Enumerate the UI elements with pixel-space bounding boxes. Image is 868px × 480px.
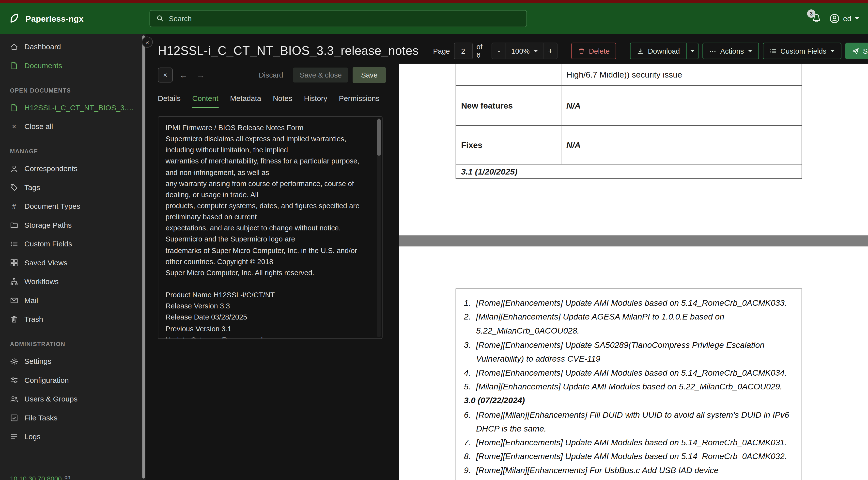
sidebar-scrollbar[interactable] — [142, 35, 145, 479]
content-scrollbar-thumb[interactable] — [377, 119, 381, 156]
user-menu[interactable]: ed — [829, 13, 859, 24]
administration-header: ADMINISTRATION — [0, 328, 146, 352]
page-navigation: Page of 6 — [433, 42, 486, 59]
notifications-button[interactable]: 3 — [811, 13, 822, 23]
trash-icon — [578, 47, 585, 54]
topbar: Paperless-ngx 3 — [0, 3, 868, 34]
list-icon — [10, 240, 19, 248]
open-document-label: H12SSL-i_C_CT_NT_BIOS_3.3_rel... — [24, 103, 135, 112]
lines-icon — [10, 432, 19, 441]
list-version-heading: 3.0 (07/22/2024) — [462, 393, 794, 408]
sidebar-item-label: Settings — [24, 357, 52, 365]
download-label: Download — [648, 47, 680, 55]
sidebar-item-label: Document Types — [24, 202, 80, 210]
sidebar-item-label: Tags — [24, 183, 40, 191]
table-cell-label: New features — [456, 86, 561, 126]
chevron-down-icon — [690, 50, 695, 52]
sidebar-item-users-groups[interactable]: Users & Groups — [0, 389, 146, 408]
file-icon — [10, 61, 19, 70]
tab-details[interactable]: Details — [158, 94, 181, 108]
hash-icon: # — [10, 202, 19, 210]
user-avatar-icon — [829, 13, 840, 24]
sidebar-item-trash[interactable]: Trash — [0, 310, 146, 329]
tab-notes[interactable]: Notes — [273, 94, 292, 108]
sidebar-footer-host[interactable]: 10.10.30.70:8000on — [10, 474, 70, 480]
tab-metadata[interactable]: Metadata — [230, 94, 261, 108]
custom-fields-button[interactable]: Custom Fields — [763, 42, 841, 59]
file-icon — [10, 103, 19, 112]
sliders-icon — [10, 376, 19, 384]
tab-history[interactable]: History — [304, 94, 328, 108]
content-scrollbar[interactable] — [377, 118, 381, 337]
page-number-input[interactable] — [454, 42, 473, 59]
previous-document-button[interactable]: ← — [177, 69, 190, 81]
download-dropdown-button[interactable] — [686, 42, 699, 59]
download-button[interactable]: Download — [630, 42, 686, 59]
sidebar-open-document[interactable]: H12SSL-i_C_CT_NT_BIOS_3.3_rel... — [0, 98, 146, 117]
list-item: 2.[Milan][Enhancements] Update AGESA Mil… — [462, 310, 794, 337]
chevron-down-icon — [533, 50, 538, 52]
global-search[interactable] — [150, 9, 527, 27]
sidebar-item-configuration[interactable]: Configuration — [0, 370, 146, 389]
actions-button[interactable]: Actions — [703, 42, 759, 59]
sidebar-close-all[interactable]: × Close all — [0, 117, 146, 136]
sidebar-item-workflows[interactable]: Workflows — [0, 272, 146, 291]
save-button[interactable]: Save — [353, 67, 386, 83]
sidebar-item-label: Correspondents — [24, 164, 78, 173]
content-textarea[interactable]: IPMI Firmware / BIOS Release Notes Form … — [158, 116, 382, 339]
tab-permissions[interactable]: Permissions — [339, 94, 379, 108]
close-icon: × — [163, 71, 167, 79]
sidebar-item-dashboard[interactable]: Dashboard — [0, 37, 146, 56]
person-icon — [10, 164, 19, 173]
zoom-level-select[interactable]: 100% — [505, 43, 544, 59]
manage-header: MANAGE — [0, 136, 146, 159]
sidebar-item-mail[interactable]: Mail — [0, 291, 146, 310]
discard-button[interactable]: Discard — [253, 68, 288, 83]
search-input[interactable] — [169, 14, 520, 22]
table-cell-label: Fixes — [456, 126, 561, 165]
sidebar-item-file-tasks[interactable]: File Tasks — [0, 408, 146, 427]
chevron-down-icon — [830, 50, 835, 52]
sidebar-item-label: Configuration — [24, 376, 69, 384]
document-toolbar: Page of 6 - 100% + — [433, 42, 868, 59]
send-button[interactable]: Send — [845, 42, 868, 59]
list-item: 5.[Milan][Enhancements] Update AMI Modul… — [462, 380, 794, 394]
sidebar-collapse-button[interactable]: « — [142, 37, 153, 48]
sidebar-item-custom-fields[interactable]: Custom Fields — [0, 234, 146, 253]
sidebar-item-label: File Tasks — [24, 414, 58, 422]
ellipsis-icon — [709, 47, 716, 54]
zoom-out-button[interactable]: - — [492, 43, 505, 59]
next-document-button[interactable]: → — [194, 69, 207, 81]
sidebar-item-correspondents[interactable]: Correspondents — [0, 159, 146, 178]
sidebar-item-label: Storage Paths — [24, 221, 72, 229]
page-total-label: of 6 — [476, 42, 486, 59]
pdf-page-2: High/6.7 Middle)) security issue New fea… — [399, 64, 868, 236]
save-and-close-button[interactable]: Save & close — [293, 68, 348, 83]
sidebar-item-settings[interactable]: Settings — [0, 352, 146, 371]
delete-button[interactable]: Delete — [571, 42, 616, 59]
send-label: Send — [863, 47, 868, 55]
open-documents-header: OPEN DOCUMENTS — [0, 75, 146, 98]
content-editor-wrap: IPMI Firmware / BIOS Release Notes Form … — [158, 116, 382, 339]
list-item: 9.[Rome][Milan][Enhancements] For UsbBus… — [462, 463, 794, 480]
sidebar-item-logs[interactable]: Logs — [0, 427, 146, 446]
sidebar-item-storage-paths[interactable]: Storage Paths — [0, 215, 146, 234]
zoom-in-button[interactable]: + — [544, 43, 557, 59]
delete-label: Delete — [589, 47, 610, 55]
enhancement-list: 1.[Rome][Enhancements] Update AMI Module… — [456, 289, 802, 480]
close-all-label: Close all — [24, 122, 53, 130]
sidebar-item-document-types[interactable]: # Document Types — [0, 197, 146, 216]
app-title: Paperless-ngx — [26, 13, 84, 23]
sidebar-item-tags[interactable]: Tags — [0, 178, 146, 197]
close-document-button[interactable]: × — [158, 68, 173, 83]
download-icon — [637, 47, 644, 54]
document-edit-pane: × ← → Discard Save & close Save Details … — [158, 64, 386, 480]
notification-badge: 3 — [807, 9, 815, 18]
main-content: H12SSL-i_C_CT_NT_BIOS_3.3_release_notes … — [146, 34, 868, 480]
tab-content[interactable]: Content — [192, 94, 218, 108]
list-item: 1.[Rome][Enhancements] Update AMI Module… — [462, 296, 794, 310]
top-strip — [0, 0, 868, 3]
sidebar-item-label: Workflows — [24, 277, 59, 286]
sidebar-item-saved-views[interactable]: Saved Views — [0, 253, 146, 272]
sidebar-item-documents[interactable]: Documents — [0, 56, 146, 75]
